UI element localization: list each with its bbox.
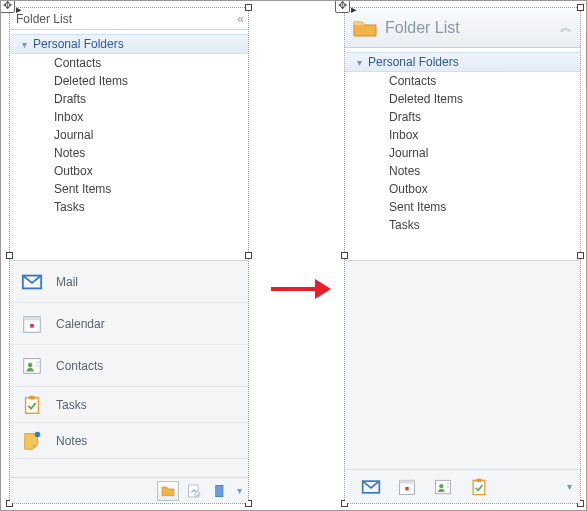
svg-rect-3 [30, 324, 34, 328]
nav-panel-after: ▸ Folder List ︽ ▾ Personal Folders Conta… [344, 7, 581, 504]
nav-item-contacts[interactable]: Contacts [10, 345, 248, 387]
tree-item[interactable]: Inbox [10, 108, 248, 126]
overflow-shortcuts-button[interactable] [183, 481, 205, 501]
compact-calendar-button[interactable] [392, 474, 422, 500]
panel-title: Folder List [16, 8, 72, 30]
tree-item[interactable]: Inbox [345, 126, 580, 144]
svg-point-10 [35, 431, 41, 437]
nav-groups: MailCalendarContactsTasksNotes [10, 260, 248, 477]
overflow-folder-button[interactable] [157, 481, 179, 501]
folder-tree: ▾ Personal Folders ContactsDeleted Items… [345, 48, 580, 238]
smart-tag-icon[interactable]: ▸ [16, 3, 22, 16]
tree-root[interactable]: ▾ Personal Folders [345, 52, 580, 72]
nav-item-notes[interactable]: Notes [10, 423, 248, 459]
smart-tag-icon[interactable]: ▸ [351, 3, 357, 16]
svg-rect-14 [216, 485, 223, 496]
mail-icon [361, 477, 381, 497]
tree-root-label: Personal Folders [33, 37, 124, 51]
tree-item[interactable]: Outbox [345, 180, 580, 198]
contacts-icon [20, 355, 44, 377]
tree-item[interactable]: Drafts [345, 108, 580, 126]
tree-item[interactable]: Deleted Items [345, 90, 580, 108]
panel-header: Folder List « [10, 8, 248, 30]
overflow-book-button[interactable] [209, 481, 231, 501]
nav-item-label: Mail [56, 275, 78, 289]
svg-point-20 [439, 484, 443, 488]
svg-rect-9 [29, 395, 35, 399]
overflow-dropdown-icon[interactable]: ▾ [567, 481, 572, 492]
overflow-dropdown-icon[interactable]: ▾ [237, 485, 242, 496]
book-icon [212, 483, 228, 499]
tree-root-label: Personal Folders [368, 55, 459, 69]
tree-item[interactable]: Sent Items [345, 198, 580, 216]
move-handle-icon[interactable] [0, 0, 15, 13]
empty-nav-area [345, 260, 580, 469]
shortcuts-icon [186, 483, 202, 499]
chevron-down-icon[interactable]: ▾ [357, 57, 362, 68]
svg-rect-2 [24, 316, 41, 320]
panel-title: Folder List [385, 19, 460, 37]
folder-icon [353, 18, 377, 38]
nav-panel-before: ▸ Folder List « ▾ Personal Folders Conta… [9, 7, 249, 504]
tree-item[interactable]: Journal [10, 126, 248, 144]
overflow-bar: ▾ [10, 477, 248, 503]
nav-item-label: Calendar [56, 317, 105, 331]
folder-icon [160, 483, 176, 499]
compact-mail-button[interactable] [356, 474, 386, 500]
tasks-icon [469, 477, 489, 497]
collapse-icon[interactable]: ︽ [560, 19, 572, 36]
tree-item[interactable]: Journal [345, 144, 580, 162]
tree-item[interactable]: Notes [345, 162, 580, 180]
panel-header: Folder List ︽ [345, 8, 580, 48]
tree-root[interactable]: ▾ Personal Folders [10, 34, 248, 54]
nav-item-label: Notes [56, 434, 87, 448]
tree-item[interactable]: Deleted Items [10, 72, 248, 90]
svg-rect-18 [405, 487, 408, 490]
compact-nav-bar: ▾ [345, 469, 580, 503]
tree-item[interactable]: Sent Items [10, 180, 248, 198]
compact-contacts-button[interactable] [428, 474, 458, 500]
svg-rect-23 [473, 480, 485, 494]
contacts-icon [433, 477, 453, 497]
tree-item[interactable]: Contacts [10, 54, 248, 72]
nav-item-mail[interactable]: Mail [10, 261, 248, 303]
tree-item[interactable]: Outbox [10, 162, 248, 180]
nav-item-label: Tasks [56, 398, 87, 412]
tree-item[interactable]: Tasks [345, 216, 580, 234]
calendar-icon [397, 477, 417, 497]
svg-rect-17 [400, 480, 415, 483]
svg-rect-8 [26, 397, 39, 413]
notes-icon [20, 430, 44, 452]
nav-item-tasks[interactable]: Tasks [10, 387, 248, 423]
tree-item[interactable]: Notes [10, 144, 248, 162]
tree-item[interactable]: Drafts [10, 90, 248, 108]
svg-point-12 [195, 491, 200, 496]
folder-tree: ▾ Personal Folders ContactsDeleted Items… [10, 30, 248, 220]
move-handle-icon[interactable] [335, 0, 350, 13]
collapse-icon[interactable]: « [237, 8, 242, 30]
transition-arrow-icon [271, 279, 333, 299]
tree-item[interactable]: Contacts [345, 72, 580, 90]
compact-tasks-button[interactable] [464, 474, 494, 500]
mail-icon [20, 271, 44, 293]
nav-item-label: Contacts [56, 359, 103, 373]
svg-rect-24 [477, 478, 482, 481]
svg-point-5 [28, 362, 33, 367]
chevron-down-icon[interactable]: ▾ [22, 39, 27, 50]
tree-item[interactable]: Tasks [10, 198, 248, 216]
calendar-icon [20, 313, 44, 335]
tasks-icon [20, 394, 44, 416]
nav-item-calendar[interactable]: Calendar [10, 303, 248, 345]
